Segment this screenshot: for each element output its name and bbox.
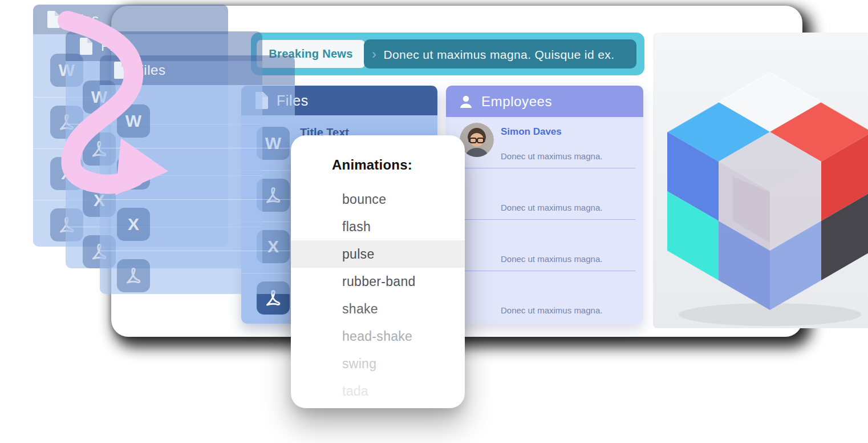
employee-row[interactable]: Donec ut maximus magna. — [446, 271, 643, 323]
hero-canvas: Breaking News ›Donec ut maximus magna. Q… — [0, 0, 868, 443]
employee-desc: Donec ut maximus magna. — [501, 305, 602, 315]
ghost-title: Files — [68, 11, 99, 27]
employee-desc: Donec ut maximus magna. — [501, 151, 602, 161]
ticker-message-text: Donec ut maximus magna. Quisque id ex. — [383, 48, 614, 61]
excel-file-icon: X — [117, 208, 150, 241]
acrobat-pdf-icon — [117, 259, 150, 292]
ghost-header: Files — [100, 55, 295, 85]
ghost-title: Files — [101, 38, 132, 54]
document-icon — [112, 62, 127, 79]
cube-3d-render — [653, 33, 868, 328]
animation-item-swing[interactable]: swing — [291, 350, 465, 377]
cube-illustration — [653, 33, 868, 328]
document-icon — [46, 11, 60, 28]
animation-item-tada[interactable]: tada — [291, 377, 465, 405]
animation-item-bounce[interactable]: bounce — [291, 186, 465, 213]
files-panel-ghost-3: Files W X — [100, 55, 295, 294]
ghost-body: W X — [100, 85, 295, 294]
ghost-title: Files — [135, 62, 166, 78]
breaking-news-ticker: Breaking News ›Donec ut maximus magna. Q… — [251, 33, 644, 75]
acrobat-pdf-icon — [117, 156, 150, 190]
document-icon — [78, 38, 93, 55]
employees-list: Simon Daves Donec ut maximus magna. Done… — [446, 117, 643, 324]
employees-header: Employees — [446, 86, 643, 117]
employee-row[interactable]: Donec ut maximus magna. — [446, 220, 643, 271]
employee-row[interactable]: Donec ut maximus magna. — [446, 168, 643, 220]
animation-item-flash[interactable]: flash — [291, 213, 465, 240]
ticker-message: ›Donec ut maximus magna. Quisque id ex. — [364, 39, 636, 69]
animation-item-shake[interactable]: shake — [291, 295, 465, 323]
animations-popup: Animations: bounce flash pulse rubber-ba… — [291, 135, 465, 408]
employee-row[interactable]: Simon Daves Donec ut maximus magna. — [446, 117, 643, 168]
ghost-header: Files — [33, 5, 228, 34]
animation-item-pulse-selected[interactable]: pulse — [291, 240, 465, 268]
animations-list: bounce flash pulse rubber-band shake hea… — [291, 186, 465, 405]
employees-panel: Employees Simon Daves Donec ut maximus m… — [446, 86, 643, 324]
employee-desc: Donec ut maximus magna. — [501, 203, 602, 212]
person-icon — [459, 94, 473, 109]
animation-item-rubber-band[interactable]: rubber-band — [291, 268, 465, 295]
employee-name: Simon Daves — [501, 126, 562, 138]
animations-heading: Animations: — [332, 157, 412, 173]
animation-item-head-shake[interactable]: head-shake — [291, 323, 465, 350]
word-file-icon: W — [117, 104, 150, 138]
chevron-right-icon: › — [372, 46, 376, 62]
avatar — [460, 123, 494, 157]
employee-desc: Donec ut maximus magna. — [501, 254, 602, 264]
employees-title: Employees — [481, 94, 552, 110]
